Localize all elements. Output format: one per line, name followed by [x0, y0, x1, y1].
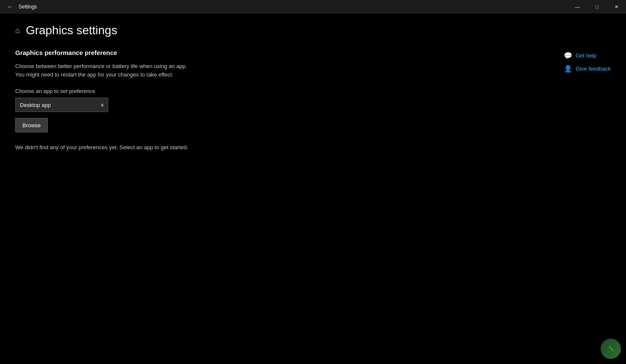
description: Choose between better performance or bat… [15, 62, 611, 79]
page-title: Graphics settings [26, 24, 117, 37]
app-type-dropdown[interactable]: Desktop app Microsoft Store app [15, 98, 108, 112]
app-type-dropdown-wrapper: Desktop app Microsoft Store app ∨ [15, 98, 611, 112]
give-feedback-icon: 👤 [564, 65, 572, 73]
titlebar-title: Settings [19, 4, 621, 10]
get-help-label: Get help [576, 52, 596, 59]
titlebar: ← Settings — □ ✕ [0, 0, 626, 14]
minimize-button[interactable]: — [568, 0, 587, 14]
app-type-dropdown-container: Desktop app Microsoft Store app ∨ [15, 98, 108, 112]
give-feedback-label: Give feedback [576, 66, 611, 72]
description-line1: Choose between better performance or bat… [15, 62, 611, 71]
sidebar-links: 💬 Get help 👤 Give feedback [564, 52, 611, 73]
main-content: ⌂ Graphics settings Graphics performance… [0, 14, 626, 364]
watermark-icon: 🦎 [601, 339, 621, 359]
close-button[interactable]: ✕ [607, 0, 626, 14]
section-title: Graphics performance preference [15, 49, 611, 56]
dropdown-label: Choose an app to set preference [15, 88, 611, 94]
page-header: ⌂ Graphics settings [15, 24, 611, 37]
description-line2: You might need to restart the app for yo… [15, 71, 611, 79]
back-button[interactable]: ← [5, 2, 15, 12]
empty-state-message: We didn't find any of your preferences y… [15, 144, 611, 151]
give-feedback-link[interactable]: 👤 Give feedback [564, 65, 611, 73]
maximize-button[interactable]: □ [587, 0, 607, 14]
home-icon: ⌂ [15, 26, 20, 35]
get-help-link[interactable]: 💬 Get help [564, 52, 611, 60]
browse-button[interactable]: Browse [15, 118, 48, 132]
window-controls: — □ ✕ [568, 0, 626, 14]
watermark: 🦎 [601, 339, 622, 360]
get-help-icon: 💬 [564, 52, 572, 60]
